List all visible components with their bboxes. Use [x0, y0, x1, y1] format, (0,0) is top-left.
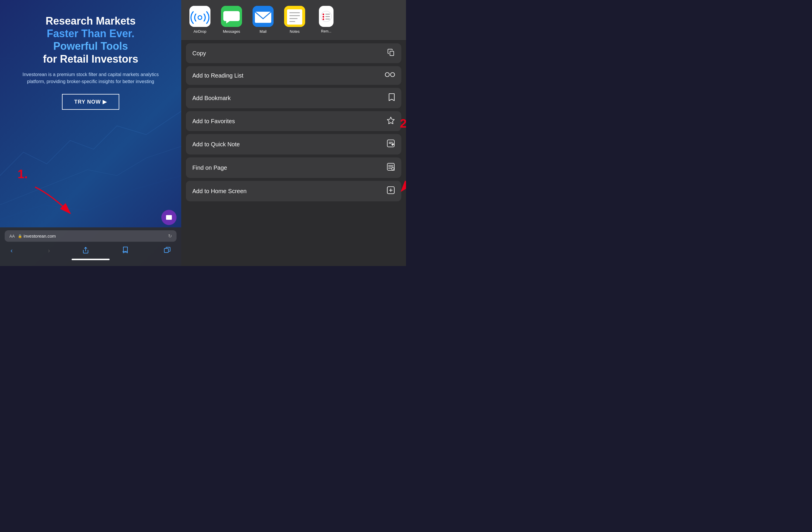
description-text: Investorean is a premium stock filter an… [20, 71, 161, 85]
forward-button[interactable]: › [45, 246, 53, 256]
lock-icon: 🔒 [18, 234, 22, 238]
mail-label: Mail [260, 29, 266, 34]
svg-point-27 [323, 16, 324, 18]
svg-rect-19 [287, 9, 302, 25]
reading-list-icon [385, 71, 395, 80]
favorites-icon [387, 116, 395, 126]
browser-bottom-bar: AA 🔒 investorean.com ↻ ‹ › [0, 227, 181, 266]
mail-item[interactable]: Mail [251, 6, 275, 34]
messages-label: Messages [223, 29, 240, 34]
copy-menu-item[interactable]: Copy [186, 43, 401, 63]
url-bar[interactable]: AA 🔒 investorean.com ↻ [5, 230, 176, 242]
add-reading-list-label: Add to Reading List [192, 72, 244, 79]
find-on-page-menu-item[interactable]: Find on Page [186, 157, 401, 178]
svg-rect-32 [390, 51, 394, 56]
add-home-screen-label: Add to Home Screen [192, 188, 247, 195]
share-menu: Copy Add to Reading List Add Bookmark [181, 40, 406, 266]
svg-rect-29 [325, 14, 330, 15]
messages-icon [221, 6, 242, 27]
add-quick-note-menu-item[interactable]: Add to Quick Note 2. [186, 134, 401, 154]
svg-point-34 [391, 73, 395, 77]
add-quick-note-label: Add to Quick Note [192, 141, 240, 148]
left-panel: Research Markets Faster Than Ever. Power… [0, 0, 181, 266]
quick-note-icon [387, 139, 395, 149]
back-button[interactable]: ‹ [8, 246, 15, 256]
chat-fab-button[interactable] [161, 210, 176, 225]
notes-label: Notes [290, 29, 300, 34]
share-button[interactable] [82, 247, 89, 255]
svg-point-14 [199, 16, 201, 19]
tabs-button[interactable] [161, 245, 174, 256]
reload-button[interactable]: ↻ [168, 233, 172, 239]
reminders-icon [319, 6, 334, 27]
svg-rect-11 [164, 249, 168, 253]
nav-bar: ‹ › [5, 245, 176, 256]
aa-button[interactable]: AA [9, 234, 15, 238]
airdrop-label: AirDrop [193, 29, 206, 34]
add-home-screen-menu-item[interactable]: Add to Home Screen [186, 181, 401, 201]
airdrop-icon [189, 6, 211, 27]
svg-point-33 [385, 73, 389, 77]
page-content: Research Markets Faster Than Ever. Power… [9, 9, 172, 116]
copy-icon [387, 48, 395, 58]
try-now-button[interactable]: TRY NOW ▶ [62, 94, 119, 110]
copy-label: Copy [192, 50, 206, 57]
add-favorites-label: Add to Favorites [192, 118, 235, 125]
svg-rect-20 [289, 12, 300, 13]
messages-item[interactable]: Messages [220, 6, 243, 34]
url-display: 🔒 investorean.com [18, 234, 165, 238]
annotation-arrow-1 [29, 184, 82, 219]
svg-rect-23 [289, 21, 295, 22]
notes-icon [284, 6, 305, 27]
bookmarks-button[interactable] [119, 245, 132, 256]
svg-rect-22 [289, 18, 298, 19]
share-apps-row: AirDrop Messages Mail [181, 0, 406, 40]
svg-point-28 [323, 18, 324, 20]
add-bookmark-menu-item[interactable]: Add Bookmark [186, 88, 401, 108]
svg-marker-35 [387, 117, 394, 124]
share-sheet: AirDrop Messages Mail [181, 0, 406, 266]
svg-rect-30 [325, 16, 330, 17]
svg-line-42 [394, 170, 394, 170]
find-on-page-label: Find on Page [192, 165, 227, 171]
home-indicator [72, 259, 110, 260]
headline: Research Markets Faster Than Ever. Power… [20, 15, 161, 65]
airdrop-item[interactable]: AirDrop [188, 6, 212, 34]
add-home-icon [387, 186, 395, 196]
add-favorites-menu-item[interactable]: Add to Favorites [186, 111, 401, 131]
add-bookmark-label: Add Bookmark [192, 95, 231, 101]
svg-point-26 [323, 13, 324, 15]
svg-rect-31 [325, 19, 330, 19]
add-reading-list-menu-item[interactable]: Add to Reading List [186, 66, 401, 85]
reminders-label: Rem... [321, 29, 331, 33]
svg-rect-21 [289, 15, 300, 16]
notes-item[interactable]: Notes [283, 6, 306, 34]
bookmark-icon [389, 93, 395, 103]
mail-icon [252, 6, 274, 27]
find-on-page-icon [387, 163, 395, 173]
reminders-item[interactable]: Rem... [315, 6, 338, 33]
annotation-1-label: 1. [17, 167, 28, 181]
